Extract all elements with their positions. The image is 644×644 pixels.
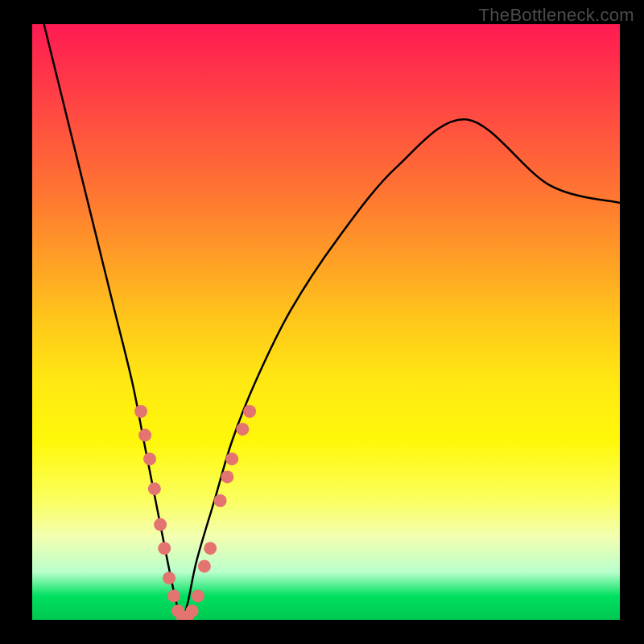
scatter-dot — [167, 589, 180, 602]
watermark-text: TheBottleneck.com — [479, 5, 634, 26]
chart-svg — [32, 24, 620, 620]
scatter-dot — [148, 482, 161, 495]
scatter-dot — [158, 542, 171, 555]
scatter-dot — [243, 405, 256, 418]
scatter-dot — [154, 518, 167, 531]
scatter-dots — [134, 405, 256, 620]
scatter-dot — [236, 423, 249, 436]
scatter-dot — [134, 405, 147, 418]
bottleneck-curve — [44, 24, 620, 620]
scatter-dot — [138, 429, 151, 442]
scatter-dot — [192, 589, 204, 602]
chart-frame: TheBottleneck.com — [0, 0, 644, 644]
plot-area — [32, 24, 620, 620]
scatter-dot — [163, 572, 175, 584]
scatter-dot — [204, 542, 217, 555]
scatter-dot — [214, 494, 227, 507]
scatter-dot — [143, 452, 156, 465]
scatter-dot — [198, 559, 211, 572]
scatter-dot — [186, 605, 199, 617]
scatter-dot — [221, 470, 233, 483]
scatter-dot — [225, 452, 238, 465]
